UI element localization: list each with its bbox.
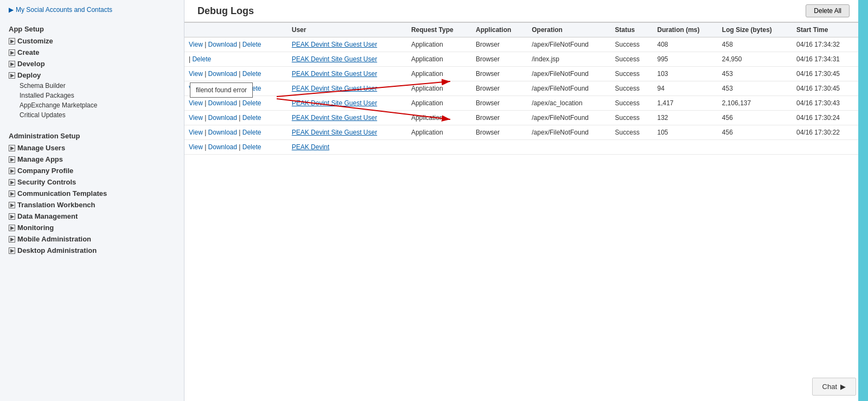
user-cell: PEAK Devint Site Guest User <box>288 125 407 140</box>
delete-all-button[interactable]: Delete All <box>806 4 850 17</box>
application-cell: Browser <box>471 67 527 81</box>
user-cell: PEAK Devint <box>288 140 407 155</box>
sidebar-item-manage-users[interactable]: ▶ Manage Users <box>0 142 184 154</box>
application-cell: Browser <box>471 96 527 111</box>
expand-icon: ▶ <box>9 38 15 44</box>
col-actions <box>184 23 288 37</box>
duration-cell: 103 <box>653 67 717 81</box>
view-link[interactable]: View <box>189 70 203 78</box>
sidebar-item-mobile-admin[interactable]: ▶ Mobile Administration <box>0 233 184 245</box>
sidebar-item-translation[interactable]: ▶ Translation Workbench <box>0 199 184 211</box>
view-link[interactable]: View <box>189 129 203 136</box>
application-cell: Browser <box>471 81 527 96</box>
col-start-time: Start Time <box>792 23 858 37</box>
expand-icon: ▶ <box>9 156 15 163</box>
application-cell: Browser <box>471 111 527 125</box>
user-link[interactable]: PEAK Devint <box>292 143 403 151</box>
request-type-cell: Application <box>407 111 471 125</box>
sidebar-item-create[interactable]: ▶ Create <box>0 47 184 58</box>
duration-cell: 1,417 <box>653 96 717 111</box>
actions-cell: View | Download | Delete <box>184 111 288 125</box>
delete-link[interactable]: Delete <box>242 114 261 122</box>
user-link[interactable]: PEAK Devint Site Guest User <box>292 129 403 136</box>
request-type-cell: Application <box>407 37 471 52</box>
col-request-type: Request Type <box>407 23 471 37</box>
sidebar: ▶ My Social Accounts and Contacts App Se… <box>0 0 184 401</box>
delete-link[interactable]: Delete <box>242 99 261 107</box>
request-type-cell <box>407 140 471 155</box>
user-link[interactable]: PEAK Devint Site Guest User <box>292 41 403 48</box>
sidebar-item-deploy[interactable]: ▶ Deploy <box>0 69 184 81</box>
log-size-cell <box>718 140 792 155</box>
sidebar-item-installed-packages[interactable]: Installed Packages <box>0 91 184 100</box>
expand-icon: ▶ <box>9 49 15 56</box>
user-link[interactable]: PEAK Devint Site Guest User <box>292 85 403 92</box>
sidebar-item-security-controls[interactable]: ▶ Security Controls <box>0 176 184 188</box>
annotation-text: filenot found error <box>196 86 247 94</box>
log-size-cell: 453 <box>718 67 792 81</box>
user-link[interactable]: PEAK Devint Site Guest User <box>292 70 403 78</box>
duration-cell <box>653 140 717 155</box>
view-link[interactable]: View <box>189 99 203 107</box>
request-type-cell: Application <box>407 52 471 67</box>
status-cell: Success <box>611 96 653 111</box>
delete-link[interactable]: Delete <box>242 70 261 78</box>
view-link[interactable]: View <box>189 114 203 122</box>
expand-icon: ▶ <box>9 213 15 220</box>
download-link[interactable]: Download <box>208 129 237 136</box>
request-type-cell: Application <box>407 67 471 81</box>
chat-button[interactable]: Chat ▶ <box>812 378 856 396</box>
operation-cell: /apex/FileNotFound <box>527 81 610 96</box>
download-link[interactable]: Download <box>208 143 237 151</box>
log-size-cell: 456 <box>718 125 792 140</box>
actions-cell: | Delete <box>184 52 288 67</box>
download-link[interactable]: Download <box>208 70 237 78</box>
expand-icon: ▶ <box>9 61 15 67</box>
sidebar-item-schema-builder[interactable]: Schema Builder <box>0 81 184 91</box>
col-operation: Operation <box>527 23 610 37</box>
sidebar-item-social-accounts[interactable]: ▶ My Social Accounts and Contacts <box>0 4 184 15</box>
sidebar-item-company-profile[interactable]: ▶ Company Profile <box>0 165 184 176</box>
col-status: Status <box>611 23 653 37</box>
download-link[interactable]: Download <box>208 41 237 48</box>
delete-link[interactable]: Delete <box>242 129 261 136</box>
view-link[interactable]: View <box>189 143 203 151</box>
table-row: View | Download | Delete PEAK Devint Sit… <box>184 111 858 125</box>
sidebar-item-manage-apps[interactable]: ▶ Manage Apps <box>0 154 184 165</box>
user-link[interactable]: PEAK Devint Site Guest User <box>292 114 403 122</box>
duration-cell: 995 <box>653 52 717 67</box>
sidebar-item-comm-templates[interactable]: ▶ Communication Templates <box>0 188 184 199</box>
user-link[interactable]: PEAK Devint Site Guest User <box>292 55 403 63</box>
chat-label: Chat <box>822 383 837 391</box>
table-row: View | Download | Delete PEAK Devint Sit… <box>184 37 858 52</box>
right-scrollbar[interactable] <box>858 0 868 401</box>
sidebar-item-data-management[interactable]: ▶ Data Management <box>0 211 184 222</box>
col-log-size: Log Size (bytes) <box>718 23 792 37</box>
user-cell: PEAK Devint Site Guest User <box>288 81 407 96</box>
download-link[interactable]: Download <box>208 99 237 107</box>
operation-cell <box>527 140 610 155</box>
expand-icon: ▶ <box>9 225 15 231</box>
sidebar-item-critical-updates[interactable]: Critical Updates <box>0 110 184 120</box>
application-cell: Browser <box>471 52 527 67</box>
application-cell <box>471 140 527 155</box>
sidebar-item-appexchange[interactable]: AppExchange Marketplace <box>0 100 184 110</box>
log-size-cell: 458 <box>718 37 792 52</box>
expand-icon: ▶ <box>9 168 15 174</box>
sidebar-item-customize[interactable]: ▶ Customize <box>0 35 184 47</box>
user-link[interactable]: PEAK Devint Site Guest User <box>292 99 403 107</box>
sidebar-item-desktop-admin[interactable]: ▶ Desktop Administration <box>0 245 184 256</box>
status-cell <box>611 140 653 155</box>
operation-cell: /apex/FileNotFound <box>527 67 610 81</box>
sidebar-item-monitoring[interactable]: ▶ Monitoring <box>0 222 184 233</box>
start-time-cell: 04/16 17:30:45 <box>792 67 858 81</box>
delete-link[interactable]: Delete <box>242 143 261 151</box>
page-title: Debug Logs <box>197 5 254 17</box>
delete-link[interactable]: Delete <box>242 41 261 48</box>
delete-link[interactable]: Delete <box>192 55 211 63</box>
view-link[interactable]: View <box>189 41 203 48</box>
download-link[interactable]: Download <box>208 114 237 122</box>
status-cell: Success <box>611 37 653 52</box>
sidebar-item-develop[interactable]: ▶ Develop <box>0 58 184 69</box>
user-cell: PEAK Devint Site Guest User <box>288 111 407 125</box>
